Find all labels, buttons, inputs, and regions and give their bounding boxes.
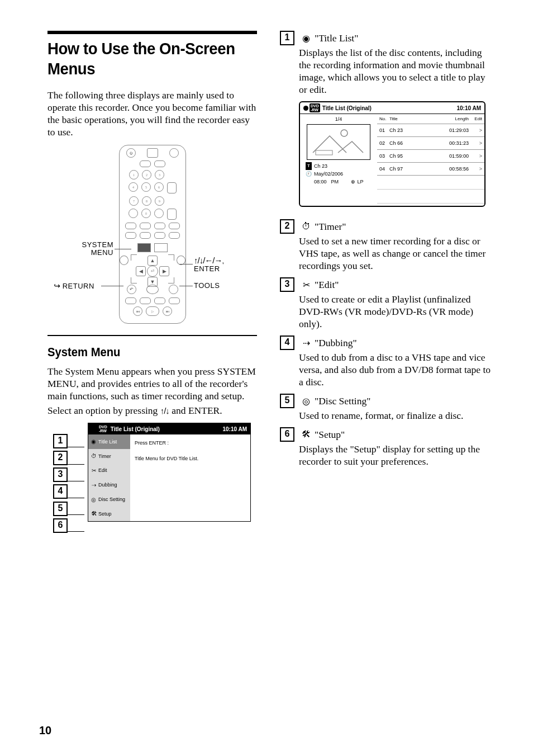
item-2-desc: Used to set a new timer recording for a … (299, 235, 494, 272)
item-4-label: "Dubbing" (315, 337, 357, 349)
sm-item-title-list: ◉Title List (88, 434, 130, 449)
remote-diagram: ⏻ 123 456 789 0 (47, 145, 260, 329)
recmode-icon: ⊕ (350, 178, 356, 186)
label-return: RETURN (63, 282, 94, 290)
intro-paragraph: The following three displays are mainly … (47, 89, 260, 138)
return-icon: ↩ (53, 281, 60, 290)
setup-icon: 🛠 (301, 429, 311, 440)
tl-meta-time: 08:00 (314, 178, 327, 186)
tl-header-time: 10:10 AM (456, 105, 481, 111)
setup-icon: 🛠 (91, 511, 97, 517)
tl-meta-mode: LP (358, 179, 364, 185)
item-1-desc: Displays the list of the disc contents, … (299, 46, 494, 96)
sm-item-setup: 🛠Setup (88, 507, 130, 521)
tl-thumbnail (307, 124, 370, 160)
sm-item-dubbing: ⇢Dubbing (88, 478, 130, 492)
callout-1: 1 (53, 434, 68, 448)
heading-rule (47, 31, 257, 34)
timer-icon: ⏱ (301, 221, 311, 231)
item-2-label: "Timer" (315, 221, 346, 233)
item-num-3: 3 (280, 277, 294, 292)
callout-3: 3 (53, 467, 68, 482)
sm-item-disc-setting: ◎Disc Setting (88, 492, 130, 507)
sm-item-edit: ✂Edit (88, 464, 130, 478)
callout-2: 2 (53, 451, 68, 465)
dubbing-icon: ⇢ (91, 482, 97, 488)
item-3-desc: Used to create or edit a Playlist (unfin… (299, 293, 494, 330)
label-enter: ENTER (194, 264, 220, 273)
item-5-label: "Disc Setting" (315, 395, 370, 407)
timer-icon: ⏱ (91, 453, 97, 459)
svg-rect-0 (316, 150, 332, 155)
sm-header-time: 10:10 AM (222, 426, 247, 432)
item-5-desc: Used to rename, format, or finalize a di… (299, 409, 494, 422)
sm-main-line2: Title Menu for DVD Title List. (135, 456, 246, 461)
system-menu-para1: The System Menu appears when you press S… (47, 365, 260, 402)
edit-icon: ✂ (301, 280, 311, 290)
title-list-figure: DVD-RW Title List (Original) 10:10 AM 1/… (299, 101, 486, 207)
table-row: 03Ch 9501:59:00> (377, 150, 484, 163)
tl-header-title: Title List (Original) (322, 105, 372, 111)
label-system-menu: SYSTEMMENU (82, 240, 113, 257)
table-row: 02Ch 6600:31:23> (377, 137, 484, 150)
item-num-4: 4 (280, 336, 294, 350)
table-row (377, 176, 484, 190)
item-6-label: "Setup" (315, 429, 345, 441)
callout-6: 6 (53, 518, 68, 533)
system-menu-figure: 1 2 3 4 5 6 DVD-RW Title List (Original)… (53, 423, 260, 533)
item-num-5: 5 (280, 394, 294, 408)
dubbing-icon: ⇢ (301, 338, 311, 348)
sm-item-timer: ⏱Timer (88, 449, 130, 464)
arrows-icon: ↑/↓/←/→ (194, 256, 222, 265)
item-num-2: 2 (280, 219, 294, 234)
item-6-desc: Displays the "Setup" display for setting… (299, 443, 494, 467)
table-row (377, 190, 484, 204)
updown-icon: ↑/↓ (160, 406, 169, 415)
disc-icon: ◉ (91, 438, 97, 445)
tl-col-length: Length (441, 116, 469, 121)
disc-setting-icon: ◎ (301, 396, 311, 407)
page-number: 10 (39, 724, 51, 737)
tl-page: 1/4 (302, 116, 375, 122)
item-4-desc: Used to dub from a disc to a VHS tape an… (299, 351, 494, 388)
clock-icon: 🕘 (306, 170, 312, 178)
sm-header-title: Title List (Original) (111, 426, 160, 432)
disc-setting-icon: ◎ (91, 497, 97, 503)
callout-5: 5 (53, 502, 68, 516)
disc-icon: ◉ (301, 33, 311, 44)
title-marker-icon: T (306, 162, 312, 170)
edit-icon: ✂ (91, 467, 97, 474)
tl-col-edit: Edit (469, 116, 482, 121)
sub-rule (47, 335, 257, 336)
tl-col-no: No. (379, 116, 389, 121)
sm-main-line1: Press ENTER : (135, 440, 246, 446)
item-1-label: "Title List" (315, 32, 358, 44)
system-menu-para2: Select an option by pressing ↑/↓ and ENT… (47, 404, 260, 417)
item-num-1: 1 (280, 31, 294, 45)
label-tools: TOOLS (194, 281, 220, 290)
tl-col-title: Title (389, 116, 441, 121)
callout-4: 4 (53, 484, 68, 499)
table-row: 04Ch 9700:58:56> (377, 163, 484, 176)
item-3-label: "Edit" (315, 279, 339, 291)
table-row: 01Ch 2301:29:03> (377, 124, 484, 137)
tl-meta-date: May/02/2006 (314, 170, 343, 178)
tl-meta-ampm: PM (331, 178, 339, 186)
system-menu-heading: System Menu (47, 345, 243, 360)
page-title: How to Use the On-Screen Menus (47, 39, 243, 79)
tl-meta-ch: Ch 23 (314, 162, 327, 170)
item-num-6: 6 (280, 427, 294, 442)
